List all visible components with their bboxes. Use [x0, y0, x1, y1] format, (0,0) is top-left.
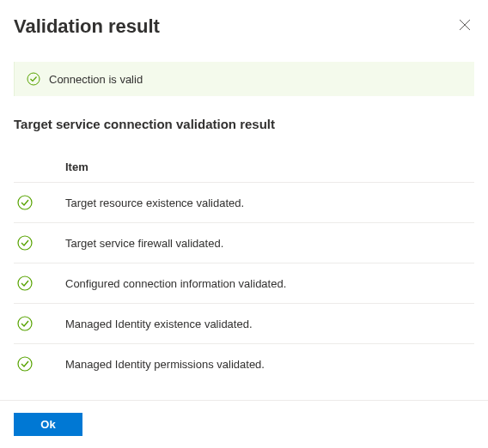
status-cell — [14, 316, 65, 331]
status-banner: Connection is valid — [14, 62, 474, 96]
success-icon — [17, 195, 33, 210]
validation-table: Item Target resource existence validated… — [14, 160, 474, 384]
item-cell: Managed Identity permissions validated. — [65, 358, 265, 371]
success-icon — [17, 235, 33, 251]
table-row: Target service firewall validated. — [14, 222, 474, 263]
table-header: Item — [14, 160, 474, 182]
success-icon — [27, 72, 40, 86]
item-cell: Target service firewall validated. — [65, 237, 223, 250]
status-cell — [14, 275, 65, 291]
column-item: Item — [65, 160, 88, 173]
table-row: Configured connection information valida… — [14, 263, 474, 303]
svg-point-5 — [18, 357, 32, 371]
panel-footer: Ok — [0, 400, 488, 448]
item-cell: Target resource existence validated. — [65, 197, 244, 209]
table-row: Managed Identity permissions validated. — [14, 343, 474, 384]
svg-point-4 — [18, 317, 32, 330]
close-button[interactable] — [455, 15, 474, 34]
validation-panel: Validation result Connection is valid Ta… — [0, 0, 488, 384]
table-row: Target resource existence validated. — [14, 182, 474, 222]
ok-button[interactable]: Ok — [14, 413, 82, 436]
page-title: Validation result — [14, 15, 160, 38]
item-cell: Configured connection information valida… — [65, 277, 286, 290]
svg-point-2 — [18, 236, 32, 250]
banner-message: Connection is valid — [49, 73, 143, 86]
status-cell — [14, 356, 65, 372]
status-cell — [14, 235, 65, 251]
item-cell: Managed Identity existence validated. — [65, 318, 253, 330]
svg-point-0 — [27, 73, 40, 85]
svg-point-3 — [18, 276, 32, 290]
panel-header: Validation result — [14, 15, 474, 38]
status-cell — [14, 195, 65, 210]
close-icon — [459, 19, 471, 31]
section-title: Target service connection validation res… — [14, 117, 474, 131]
success-icon — [17, 356, 33, 372]
table-row: Managed Identity existence validated. — [14, 303, 474, 343]
success-icon — [17, 275, 33, 291]
success-icon — [17, 316, 33, 331]
column-status — [14, 160, 65, 173]
svg-point-1 — [18, 196, 32, 209]
